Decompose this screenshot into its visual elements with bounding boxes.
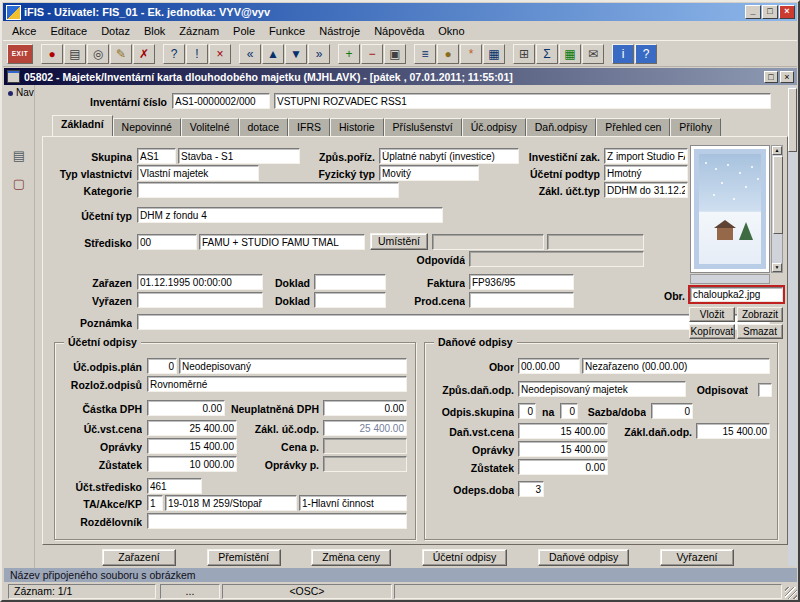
- action-button[interactable]: Vyřazení: [660, 549, 734, 566]
- execute-query-icon[interactable]: !: [186, 44, 208, 64]
- image-button[interactable]: Kopírovat: [689, 324, 735, 339]
- odpis-skupina-input[interactable]: [518, 403, 536, 419]
- ta-code-input[interactable]: [147, 495, 163, 511]
- tab[interactable]: Historie: [330, 118, 384, 136]
- help-icon[interactable]: ?: [635, 44, 657, 64]
- odeps-doba-input[interactable]: [518, 481, 544, 497]
- mail-icon[interactable]: ✉: [582, 44, 604, 64]
- minimize-button[interactable]: _: [745, 5, 761, 19]
- menu-item[interactable]: Pole: [226, 23, 262, 39]
- image-button[interactable]: Smazat: [737, 324, 783, 339]
- image-filename-input[interactable]: [690, 287, 783, 302]
- scroll-down-icon[interactable]: ▼: [772, 263, 782, 272]
- interrupt-icon[interactable]: ●: [41, 44, 63, 64]
- uct-stredisko-input[interactable]: [147, 478, 202, 494]
- tab[interactable]: Úč.odpisy: [462, 118, 526, 136]
- tab[interactable]: Přehled cen: [596, 118, 670, 136]
- enter-query-icon[interactable]: ?: [163, 44, 185, 64]
- menu-item[interactable]: Funkce: [262, 23, 312, 39]
- exit-icon[interactable]: EXIT: [7, 44, 33, 64]
- scroll-up-icon[interactable]: ▲: [772, 146, 782, 155]
- ta-cinnost-input[interactable]: [299, 495, 407, 511]
- form-scrollbar[interactable]: [788, 86, 797, 566]
- tab[interactable]: Nepovinné: [113, 118, 181, 136]
- maximize-button[interactable]: □: [762, 5, 778, 19]
- first-record-icon[interactable]: «: [239, 44, 261, 64]
- printer-small-icon[interactable]: ▤: [10, 147, 28, 165]
- stredisko-code-input[interactable]: [137, 234, 197, 250]
- menu-item[interactable]: Nástroje: [312, 23, 367, 39]
- action-button[interactable]: Zařazení: [102, 549, 176, 566]
- skupina-name-input[interactable]: [178, 148, 300, 164]
- doklad-zarazeni-input[interactable]: [314, 274, 386, 290]
- lock-record-icon[interactable]: ●: [437, 44, 459, 64]
- skupina-code-input[interactable]: [137, 148, 176, 164]
- odpovida-input[interactable]: [469, 251, 644, 267]
- sazba-doba-input[interactable]: [651, 403, 693, 419]
- image-scrollbar-vertical[interactable]: ▲ ▼: [771, 145, 783, 273]
- tab[interactable]: Příslušenství: [384, 118, 462, 136]
- info-icon[interactable]: i: [612, 44, 634, 64]
- umisteni-button[interactable]: Umístění: [370, 233, 428, 250]
- kategorie-input[interactable]: [137, 182, 399, 198]
- excel-export-icon[interactable]: ▦: [559, 44, 581, 64]
- prev-record-icon[interactable]: ▲: [262, 44, 284, 64]
- list-values-icon[interactable]: ≡: [414, 44, 436, 64]
- mdi-restore-button[interactable]: □: [764, 71, 778, 83]
- menu-item[interactable]: Editace: [43, 23, 94, 39]
- edit-icon[interactable]: ✎: [110, 44, 132, 64]
- clear-field-icon[interactable]: ✗: [133, 44, 155, 64]
- action-button[interactable]: Účetní odpisy: [422, 549, 508, 566]
- zakl-dan-odp-input[interactable]: [696, 423, 770, 439]
- last-record-icon[interactable]: »: [308, 44, 330, 64]
- zakl-uct-typ-input[interactable]: [604, 182, 688, 198]
- fyzicky-typ-input[interactable]: [379, 165, 479, 181]
- dan-opravky-input[interactable]: [518, 441, 608, 457]
- vyrazen-input[interactable]: [137, 292, 263, 308]
- tab[interactable]: Volitelné: [181, 118, 239, 136]
- umisteni-field-1[interactable]: [432, 234, 544, 250]
- calendar-icon[interactable]: ▦: [483, 44, 505, 64]
- uc-odpis-plan-code-input[interactable]: [147, 358, 177, 374]
- tab[interactable]: IFRS: [288, 118, 330, 136]
- dan-vst-cena-input[interactable]: [518, 423, 608, 439]
- calculator-icon[interactable]: ⊞: [513, 44, 535, 64]
- cancel-query-icon[interactable]: ×: [209, 44, 231, 64]
- action-button[interactable]: Změna ceny: [311, 549, 391, 566]
- menu-item[interactable]: Nápověda: [367, 23, 431, 39]
- investicni-zak-input[interactable]: [604, 148, 688, 164]
- menu-item[interactable]: Akce: [5, 23, 43, 39]
- poznamka-input[interactable]: [137, 314, 770, 330]
- tab[interactable]: Přílohy: [670, 118, 721, 136]
- form-scrollbar-thumb[interactable]: [788, 88, 797, 152]
- ta-name-input[interactable]: [165, 495, 297, 511]
- prod-cena-input[interactable]: [469, 292, 574, 308]
- odpisovat-checkbox[interactable]: [758, 383, 772, 397]
- obor-code-input[interactable]: [518, 358, 580, 374]
- mdi-close-button[interactable]: ×: [780, 71, 794, 83]
- typ-vlastnictvi-input[interactable]: [137, 165, 259, 181]
- stredisko-name-input[interactable]: [199, 234, 365, 250]
- faktura-input[interactable]: [469, 274, 574, 290]
- zarazen-input[interactable]: [137, 274, 263, 290]
- na-input[interactable]: [560, 403, 578, 419]
- uc-odpis-plan-name-input[interactable]: [179, 358, 407, 374]
- castka-dph-input[interactable]: [147, 400, 225, 416]
- rozdelovnik-input[interactable]: [147, 513, 407, 529]
- insert-record-icon[interactable]: +: [338, 44, 360, 64]
- tab[interactable]: dotace: [239, 118, 289, 136]
- image-button[interactable]: Zobrazit: [737, 307, 783, 322]
- dan-zustatek-input[interactable]: [518, 459, 608, 475]
- action-button[interactable]: Daňové odpisy: [538, 549, 629, 566]
- tab[interactable]: Daň.odpisy: [526, 118, 597, 136]
- neuplatnena-dph-input[interactable]: [323, 400, 407, 416]
- action-button[interactable]: Přemístění: [207, 549, 281, 566]
- attachment-icon[interactable]: *: [460, 44, 482, 64]
- rozloz-odpisu-input[interactable]: [147, 376, 407, 392]
- delete-record-icon[interactable]: −: [361, 44, 383, 64]
- menu-item[interactable]: Blok: [137, 23, 172, 39]
- ucetni-typ-input[interactable]: [137, 207, 443, 223]
- zakl-uc-odp-input[interactable]: [323, 420, 407, 436]
- tab[interactable]: Základní: [52, 115, 113, 136]
- next-record-icon[interactable]: ▼: [285, 44, 307, 64]
